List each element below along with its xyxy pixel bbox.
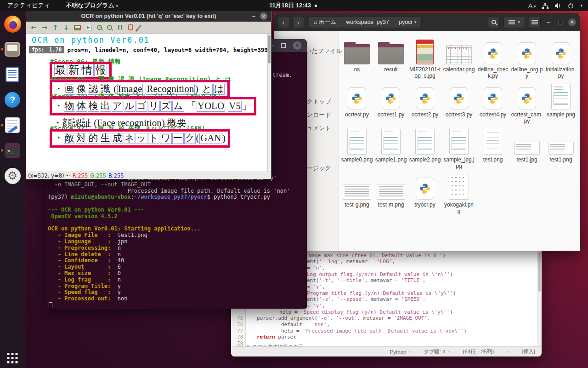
file-item[interactable]: test-g.png: [341, 174, 373, 214]
save-icon[interactable]: H: [117, 24, 123, 31]
terminal-output[interactable]: Speed display flag.(y/n) Default value i…: [48, 175, 290, 302]
file-item[interactable]: yokogaki.png: [443, 174, 475, 214]
zoom-out-icon[interactable]: [107, 25, 112, 30]
volume-icon[interactable]: [555, 3, 561, 9]
folder-icon: [378, 44, 404, 64]
app-menu[interactable]: 不明なプログラム ▾: [66, 1, 118, 10]
terminal-line: [48, 220, 290, 226]
clock[interactable]: 11月18日 12:43: [269, 1, 317, 10]
file-item[interactable]: delline_org.py: [511, 39, 543, 79]
file-name: initialization.py: [545, 66, 577, 79]
dock-item-settings[interactable]: ⚙: [2, 167, 23, 185]
terminal-line: - Line delete : n: [48, 252, 290, 258]
zoom-in-icon[interactable]: [97, 25, 102, 30]
file-thumbnail: [415, 129, 435, 155]
save-image-icon[interactable]: [74, 25, 81, 30]
folder-icon: [344, 44, 370, 64]
ocr-canvas[interactable]: OCR on python Ver0.01 fps:1.70 pros=n, l…: [26, 34, 268, 172]
file-thumbnail: [446, 45, 472, 64]
file-item[interactable]: sample2.png: [409, 129, 441, 169]
close-icon[interactable]: ✕: [260, 12, 267, 20]
files-icon: [5, 42, 20, 57]
view-toggle-button[interactable]: ▾: [503, 16, 525, 28]
file-item[interactable]: sample_jpg.jpg: [443, 129, 475, 169]
language-mode-selector[interactable]: Python▾: [390, 349, 411, 355]
cursor-position: (64行、25列): [463, 348, 494, 355]
file-thumbnail: [449, 174, 469, 200]
maximize-button[interactable]: [281, 43, 286, 48]
ocr-window: OCR on python Ver0.01 (hit 'q' or 'esc' …: [26, 10, 271, 179]
file-name: sample1.png: [375, 156, 407, 163]
maximize-button[interactable]: □: [556, 19, 565, 26]
forward-button[interactable]: ›: [292, 16, 304, 28]
file-item[interactable]: test.png: [477, 129, 509, 169]
file-item[interactable]: sample0.png: [341, 129, 373, 169]
terminal-line: --- OCR on python Ver0.01 ---: [48, 207, 290, 213]
file-item[interactable]: ocrtest_cam.py: [511, 84, 543, 124]
terminal-line: - Max size : 0: [48, 270, 290, 277]
editor-scrollbar[interactable]: [537, 248, 542, 346]
detection-box: ・物体検出アルゴリズム 「YOLO V5」: [51, 98, 255, 115]
back-button[interactable]: ‹: [277, 16, 289, 28]
activities-button[interactable]: アクティビティ: [7, 1, 50, 10]
dock-item-files[interactable]: [2, 40, 23, 58]
pan-down-icon[interactable]: ↓: [63, 23, 69, 32]
file-item[interactable]: initialization.py: [545, 39, 577, 79]
power-icon[interactable]: [568, 3, 574, 9]
breadcrumb-home[interactable]: ⌂ ホーム: [309, 16, 341, 28]
dock-item-help[interactable]: ?: [2, 91, 23, 109]
file-thumbnail: [484, 129, 502, 155]
system-menu-chevron[interactable]: ▾: [580, 3, 582, 8]
ocr-params: pros=n, linedel=n, conf=40, layout=6 wid…: [67, 46, 268, 53]
notification-dot: [315, 5, 317, 7]
file-item[interactable]: sample1.png: [375, 129, 407, 169]
minimize-button[interactable]: −: [544, 19, 553, 26]
pan-right-icon[interactable]: →: [42, 23, 48, 32]
tab-width-selector[interactable]: タブ幅: 4▾: [424, 348, 450, 355]
dock-item-libreoffice-writer[interactable]: [2, 65, 23, 84]
file-item[interactable]: delline_check.py: [477, 39, 509, 79]
minimize-button[interactable]: –: [252, 13, 255, 19]
brush-icon[interactable]: [136, 24, 141, 30]
file-thumbnail: [449, 129, 469, 155]
position-dropdown-icon[interactable]: ▾: [507, 350, 509, 354]
file-item[interactable]: tryocr.py: [409, 174, 441, 214]
python-file-icon: [552, 42, 570, 64]
dock-item-firefox[interactable]: [2, 15, 23, 33]
input-method-indicator[interactable]: A ▾: [528, 2, 536, 9]
file-item[interactable]: ocrtest.py: [341, 84, 373, 124]
pan-left-icon[interactable]: ←: [31, 23, 37, 32]
file-item[interactable]: test-m.png: [375, 174, 407, 214]
dock-item-terminal[interactable]: >_: [2, 141, 23, 160]
ocr-scrollbar[interactable]: [267, 34, 271, 172]
breadcrumb-current[interactable]: pyocr ▾: [394, 16, 422, 28]
ocr-title-bar[interactable]: OCR on python Ver0.01 (hit 'q' or 'esc' …: [26, 11, 271, 22]
terminal-line: - Confidence : 40: [48, 258, 290, 264]
file-item[interactable]: ocrtest1.py: [375, 84, 407, 124]
pan-up-icon[interactable]: ↑: [52, 23, 58, 32]
search-icon[interactable]: [488, 16, 500, 28]
dock-item-text-editor[interactable]: [2, 116, 23, 134]
breadcrumb-workspace[interactable]: workspace_py37: [341, 16, 394, 28]
file-item[interactable]: MIF202101-top_s.jpg: [409, 39, 441, 79]
close-icon[interactable]: ✕: [568, 18, 576, 26]
file-item[interactable]: calendar.png: [443, 39, 475, 79]
terminal-line: - Log frag : n: [48, 277, 290, 283]
file-item[interactable]: test1.png: [545, 129, 577, 169]
properties-icon[interactable]: [128, 24, 133, 30]
file-item[interactable]: ocrtest2.py: [409, 84, 441, 124]
close-icon[interactable]: ✕: [293, 41, 301, 50]
python-file-icon: [450, 87, 468, 109]
file-item[interactable]: result: [375, 39, 407, 79]
hamburger-menu-icon[interactable]: [529, 16, 541, 28]
file-item[interactable]: ocrtest3.py: [443, 84, 475, 124]
show-applications-icon[interactable]: [7, 353, 18, 363]
zoom-region-icon[interactable]: [86, 25, 92, 30]
file-item[interactable]: sample.png: [545, 84, 577, 124]
terminal-line: - Image File : test1.png: [48, 232, 290, 239]
file-item[interactable]: ns: [341, 39, 373, 79]
text-editor-icon: [5, 117, 20, 133]
file-item[interactable]: ocrtest4.py: [477, 84, 509, 124]
file-item[interactable]: test1.jpg: [511, 129, 543, 169]
network-icon[interactable]: [542, 3, 548, 9]
